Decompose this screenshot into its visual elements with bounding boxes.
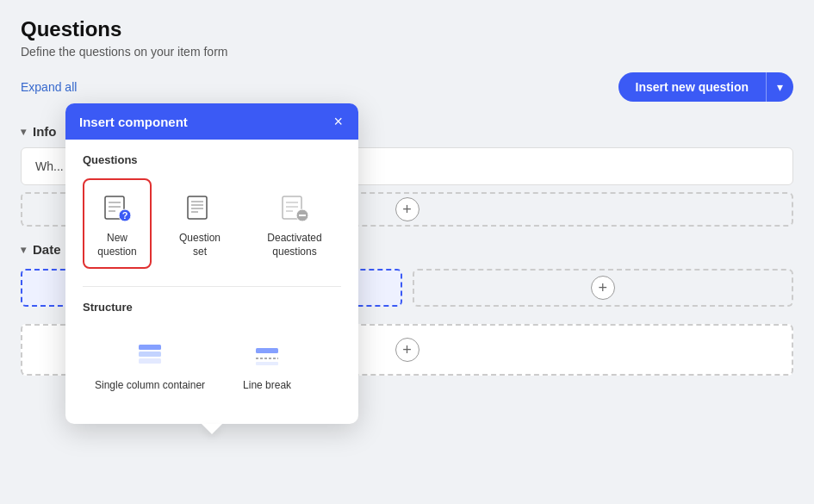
- bottom-right-placeholder: +: [413, 269, 794, 307]
- page-subtitle: Define the questions on your item form: [21, 45, 793, 59]
- insert-dropdown-button[interactable]: ▾: [766, 72, 793, 102]
- modal-header: Insert component ×: [65, 103, 358, 140]
- modal-box: Insert component × Questions: [65, 103, 358, 424]
- bottom-section-add-button[interactable]: +: [395, 338, 419, 362]
- modal-item-line-break[interactable]: Line break: [231, 326, 303, 403]
- insert-new-question-button[interactable]: Insert new question: [618, 72, 766, 102]
- modal-item-question-set[interactable]: Question set: [165, 178, 234, 269]
- modal-item-single-column-label: Single column container: [95, 379, 205, 393]
- page-title: Questions: [21, 17, 793, 41]
- modal-item-new-question[interactable]: ? New question: [83, 178, 152, 269]
- modal-item-deactivated-questions[interactable]: Deactivated questions: [248, 178, 341, 269]
- new-question-icon: ?: [98, 189, 136, 227]
- insert-btn-group: Insert new question ▾: [618, 72, 793, 102]
- question-set-icon: [181, 189, 219, 227]
- modal-item-line-break-label: Line break: [243, 379, 291, 393]
- bottom-right-add-button[interactable]: +: [591, 276, 615, 300]
- svg-text:?: ?: [122, 210, 128, 221]
- modal-item-question-set-label: Question set: [177, 232, 222, 258]
- expand-all-link[interactable]: Expand all: [21, 80, 77, 94]
- section-date-chevron: ▾: [21, 244, 26, 256]
- modal-questions-grid: ? New question: [83, 178, 341, 269]
- svg-rect-19: [139, 358, 161, 364]
- modal-item-deactivated-label: Deactivated questions: [260, 232, 329, 258]
- svg-rect-18: [139, 352, 161, 357]
- add-circle-button[interactable]: +: [395, 197, 419, 221]
- insert-component-modal: Insert component × Questions: [65, 103, 358, 424]
- modal-questions-section-label: Questions: [83, 153, 341, 166]
- chevron-down-icon: ▾: [777, 80, 783, 94]
- modal-title: Insert component: [79, 115, 188, 129]
- svg-rect-17: [139, 345, 161, 350]
- modal-item-single-column[interactable]: Single column container: [83, 326, 217, 403]
- deactivated-questions-icon: [276, 189, 314, 227]
- modal-arrow: [202, 424, 222, 434]
- modal-close-button[interactable]: ×: [332, 114, 345, 129]
- line-break-icon: [248, 336, 286, 374]
- single-column-icon: [131, 336, 169, 374]
- section-info-label: Info: [33, 124, 57, 139]
- modal-structure-grid: Single column container Line break: [83, 326, 341, 403]
- modal-item-new-question-label: New question: [95, 232, 140, 258]
- modal-divider: [83, 286, 341, 287]
- svg-rect-20: [256, 348, 278, 353]
- svg-rect-6: [188, 196, 207, 219]
- toolbar: Expand all Insert new question ▾: [21, 72, 793, 102]
- modal-body: Questions ?: [65, 140, 358, 424]
- page-wrapper: Questions Define the questions on your i…: [0, 0, 814, 504]
- section-info-chevron: ▾: [21, 126, 26, 138]
- svg-rect-22: [256, 362, 278, 365]
- modal-structure-section-label: Structure: [83, 301, 341, 314]
- section-date-label: Date: [33, 242, 61, 257]
